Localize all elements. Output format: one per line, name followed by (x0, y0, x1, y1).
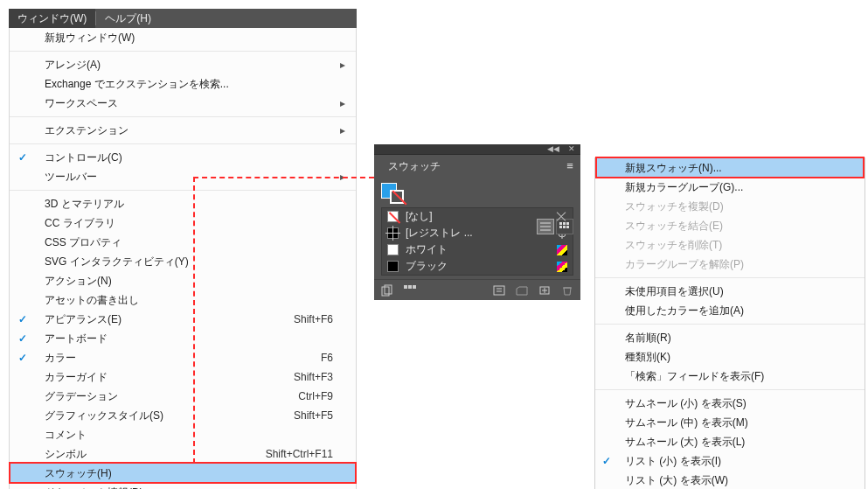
menu-item-label: CC ライブラリ (36, 216, 326, 231)
flyout-item[interactable]: 「検索」フィールドを表示(F) (595, 367, 865, 386)
menu-item[interactable]: ✓アートボード (10, 329, 356, 348)
flyout-item[interactable]: 使用したカラーを追加(A) (595, 301, 865, 320)
tab-swatches[interactable]: スウォッチ (379, 157, 449, 176)
menu-item[interactable]: ワークスペース▸ (10, 94, 356, 113)
menu-item[interactable]: アセットの書き出し (10, 290, 356, 310)
menu-item-label: アクション(N) (36, 274, 326, 289)
menu-item[interactable]: エクステンション▸ (10, 121, 356, 140)
flyout-item[interactable]: サムネール (小) を表示(S) (595, 394, 865, 413)
swatch-row[interactable]: ブラック (382, 258, 573, 275)
menu-item-label: グラデーション (36, 389, 291, 404)
swatch-options-icon[interactable] (491, 283, 507, 297)
swatch-label: ホワイト (406, 242, 550, 257)
menu-item[interactable]: ツールバー▸ (10, 167, 356, 186)
menu-item-label: CSS プロパティ (36, 235, 326, 250)
swatch-chip (387, 211, 399, 222)
check-icon: ✓ (10, 313, 36, 325)
menu-item[interactable]: カラーガイドShift+F3 (10, 367, 356, 387)
app-menubar: ウィンドウ(W) ヘルプ(H) (9, 9, 357, 28)
flyout-item[interactable]: 新規スウォッチ(N)... (595, 158, 865, 178)
panel-dock-collapse-icon[interactable]: ◀◀ (547, 145, 559, 153)
swatch-label: ブラック (406, 259, 550, 274)
flyout-item[interactable]: 未使用項目を選択(U) (595, 282, 865, 301)
panel-dock-bar[interactable]: ◀◀ ✕ (374, 144, 580, 155)
menu-item-label: ツールバー (36, 170, 326, 185)
tab-swatches-label: スウォッチ (388, 159, 441, 174)
panel-body: [なし][レジストレ ...ホワイトブラック (374, 176, 580, 279)
menu-separator (595, 389, 865, 390)
swatch-libraries-icon[interactable] (379, 283, 395, 297)
menu-item-label: アートボード (36, 332, 326, 346)
panel-dock-close-icon[interactable]: ✕ (568, 145, 575, 153)
swatch-chip (387, 261, 399, 272)
flyout-item-label: 「検索」フィールドを表示(F) (618, 369, 842, 384)
menu-window-label: ウィンドウ(W) (17, 11, 87, 26)
show-kinds-icon[interactable] (402, 283, 418, 297)
swatch-row[interactable]: ホワイト (382, 241, 573, 258)
flyout-item[interactable]: リスト (大) を表示(W) (595, 471, 865, 489)
menu-item-label: ドキュメント情報(D) (36, 486, 326, 490)
flyout-item-label: カラーグループを解除(P) (618, 257, 842, 272)
flyout-item[interactable]: サムネール (中) を表示(M) (595, 413, 865, 432)
flyout-item-label: サムネール (中) を表示(M) (618, 416, 842, 430)
menu-separator (10, 190, 356, 191)
flyout-item[interactable]: サムネール (大) を表示(L) (595, 432, 865, 451)
menu-item-label: Exchange でエクステンションを検索... (36, 77, 326, 92)
menu-item[interactable]: Exchange でエクステンションを検索... (10, 74, 356, 94)
menu-item[interactable]: スウォッチ(H) (10, 464, 356, 483)
flyout-item[interactable]: 名前順(R) (595, 328, 865, 347)
menu-separator (10, 116, 356, 117)
menu-item[interactable]: ✓アピアランス(E)Shift+F6 (10, 310, 356, 329)
menu-item[interactable]: シンボルShift+Ctrl+F11 (10, 444, 356, 464)
fill-stroke-indicator[interactable] (381, 183, 406, 204)
flyout-item-label: スウォッチを結合(E) (618, 219, 842, 234)
submenu-arrow-icon: ▸ (333, 124, 345, 136)
flyout-item[interactable]: 新規カラーグループ(G)... (595, 178, 865, 197)
menu-item[interactable]: 新規ウィンドウ(W) (10, 28, 356, 47)
menu-item-label: 新規ウィンドウ(W) (36, 31, 326, 45)
flyout-item-label: スウォッチを複製(D) (618, 199, 842, 214)
menu-item[interactable]: CC ライブラリ (10, 213, 356, 233)
flyout-item: スウォッチを削除(T) (595, 235, 865, 255)
menu-item-label: アセットの書き出し (36, 293, 326, 308)
menu-item[interactable]: アレンジ(A)▸ (10, 55, 356, 74)
panel-flyout-button[interactable]: ≡ (559, 155, 580, 176)
swatches-flyout-menu: 新規スウォッチ(N)...新規カラーグループ(G)...スウォッチを複製(D)ス… (594, 157, 865, 489)
menu-help[interactable]: ヘルプ(H) (96, 9, 160, 28)
flyout-item-label: リスト (小) を表示(I) (618, 454, 842, 469)
flyout-item[interactable]: ✓リスト (小) を表示(I) (595, 451, 865, 471)
flyout-item-label: サムネール (大) を表示(L) (618, 435, 842, 450)
menu-item[interactable]: CSS プロパティ (10, 233, 356, 252)
stroke-chip[interactable] (390, 190, 404, 204)
menu-item-shortcut: Shift+Ctrl+F11 (259, 448, 333, 460)
check-icon: ✓ (10, 332, 36, 345)
menu-item[interactable]: ✓カラーF6 (10, 348, 356, 367)
hamburger-icon: ≡ (566, 159, 573, 172)
menu-item[interactable]: アクション(N) (10, 271, 356, 290)
flyout-item-label: 種類別(K) (618, 350, 842, 365)
menu-item-label: エクステンション (36, 123, 326, 138)
swatch-list: [なし][レジストレ ...ホワイトブラック (381, 207, 573, 276)
menu-item[interactable]: 3D とマテリアル (10, 194, 356, 213)
svg-rect-6 (559, 226, 562, 228)
menu-separator (10, 51, 356, 52)
menu-item-label: カラーガイド (36, 370, 287, 385)
menu-window[interactable]: ウィンドウ(W) (9, 9, 95, 28)
menu-item[interactable]: SVG インタラクティビティ(Y) (10, 252, 356, 271)
menu-item-label: SVG インタラクティビティ(Y) (36, 255, 326, 269)
delete-swatch-icon[interactable] (559, 283, 575, 297)
new-color-group-icon[interactable] (514, 283, 530, 297)
flyout-item[interactable]: 種類別(K) (595, 347, 865, 367)
menu-item[interactable]: コメント (10, 425, 356, 444)
menu-item[interactable]: ✓コントロール(C) (10, 148, 356, 167)
new-swatch-icon[interactable] (537, 283, 552, 297)
submenu-arrow-icon: ▸ (333, 97, 345, 109)
menu-item[interactable]: グラデーションCtrl+F9 (10, 387, 356, 406)
view-list-button[interactable] (537, 219, 554, 234)
flyout-item: カラーグループを解除(P) (595, 255, 865, 274)
menu-item[interactable]: グラフィックスタイル(S)Shift+F5 (10, 406, 356, 425)
swatch-label: [なし] (406, 209, 548, 224)
svg-rect-14 (404, 285, 407, 289)
menu-item[interactable]: ドキュメント情報(D) (10, 483, 356, 489)
menu-separator (595, 277, 865, 278)
